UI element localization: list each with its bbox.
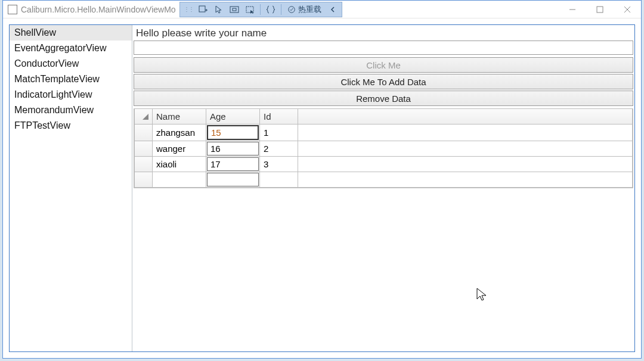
toolbar-braces-icon[interactable] (264, 4, 277, 15)
cell-name[interactable]: xiaoli (153, 157, 206, 172)
toolbar-layout-icon[interactable] (228, 4, 241, 15)
sidebar-item[interactable]: EventAggregatorView (10, 41, 132, 56)
window-controls (559, 1, 641, 18)
remove-data-button[interactable]: Remove Data (134, 91, 633, 106)
cell-name[interactable]: zhangsan (153, 125, 206, 141)
column-header-name[interactable]: Name (153, 109, 206, 125)
window-title: Caliburn.Micro.Hello.MainWindowViewMo (21, 5, 176, 14)
toolbar-add-icon[interactable] (197, 4, 210, 15)
svg-rect-3 (230, 7, 239, 13)
toolbar-grip-icon[interactable]: ⋮⋮ (182, 6, 194, 13)
column-header-age[interactable]: Age (206, 109, 260, 125)
table-new-row[interactable] (135, 172, 633, 188)
data-grid[interactable]: Name Age Id zhangsan151wanger162xiaoli17… (134, 108, 633, 188)
toolbar-collapse-icon[interactable] (326, 5, 339, 14)
cell-age[interactable]: 16 (206, 141, 260, 157)
toolbar-separator (281, 4, 281, 15)
cell-id[interactable] (260, 172, 298, 188)
triangle-icon (143, 114, 148, 120)
sidebar: ShellViewEventAggregatorViewConductorVie… (10, 25, 132, 351)
cell-id[interactable]: 2 (260, 141, 298, 157)
sidebar-item[interactable]: MemorandumView (10, 102, 132, 118)
cell-spacer (298, 125, 633, 141)
maximize-button[interactable] (586, 1, 614, 18)
cell-spacer (298, 172, 633, 188)
sidebar-item[interactable]: ShellView (10, 25, 132, 41)
hot-reload-label: 热重载 (298, 4, 321, 15)
toolbar-separator (260, 4, 261, 15)
svg-rect-0 (199, 6, 205, 12)
cell-id[interactable]: 1 (260, 125, 298, 141)
table-row[interactable]: wanger162 (135, 141, 633, 157)
svg-rect-8 (597, 7, 603, 13)
app-window: Caliburn.Micro.Hello.MainWindowViewMo ⋮⋮ (2, 0, 642, 359)
svg-rect-4 (233, 8, 236, 11)
column-header-spacer (298, 109, 633, 125)
row-header[interactable] (135, 125, 153, 141)
client-area: ShellViewEventAggregatorViewConductorVie… (3, 18, 641, 358)
row-header[interactable] (135, 157, 153, 172)
toolbar-select-rect-icon[interactable] (243, 4, 256, 15)
content-frame: ShellViewEventAggregatorViewConductorVie… (9, 24, 635, 352)
grid-select-all[interactable] (135, 109, 153, 125)
add-data-button[interactable]: Click Me To Add Data (134, 74, 633, 89)
table-row[interactable]: zhangsan151 (135, 125, 633, 141)
sidebar-item[interactable]: MatchTemplateView (10, 71, 132, 87)
minimize-button[interactable] (559, 1, 586, 18)
table-row[interactable]: xiaoli173 (135, 157, 633, 172)
sidebar-item[interactable]: FTPTestView (10, 118, 132, 133)
cell-age[interactable]: 15 (206, 125, 260, 141)
cell-id[interactable]: 3 (260, 157, 298, 172)
cell-spacer (298, 157, 633, 172)
name-input[interactable] (134, 41, 633, 55)
column-header-id[interactable]: Id (260, 109, 298, 125)
cell-name[interactable]: wanger (153, 141, 206, 157)
sidebar-item[interactable]: ConductorView (10, 56, 132, 71)
cell-age[interactable] (206, 172, 260, 188)
prompt-label: Hello please write your name (132, 25, 634, 41)
cell-age[interactable]: 17 (206, 157, 260, 172)
close-button[interactable] (614, 1, 641, 18)
cell-spacer (298, 141, 633, 157)
sidebar-item[interactable]: IndicatorLightView (10, 87, 132, 102)
cell-name[interactable] (153, 172, 206, 188)
toolbar-pointer-icon[interactable] (212, 4, 225, 15)
row-header[interactable] (135, 141, 153, 157)
row-header[interactable] (135, 172, 153, 188)
hot-reload-button[interactable]: 热重载 (285, 4, 324, 15)
app-icon (8, 5, 17, 14)
click-me-button[interactable]: Click Me (134, 57, 633, 73)
titlebar[interactable]: Caliburn.Micro.Hello.MainWindowViewMo ⋮⋮ (3, 1, 641, 18)
main-panel: Hello please write your name Click Me Cl… (132, 25, 634, 351)
debug-toolbar: ⋮⋮ 热重载 (179, 2, 342, 17)
